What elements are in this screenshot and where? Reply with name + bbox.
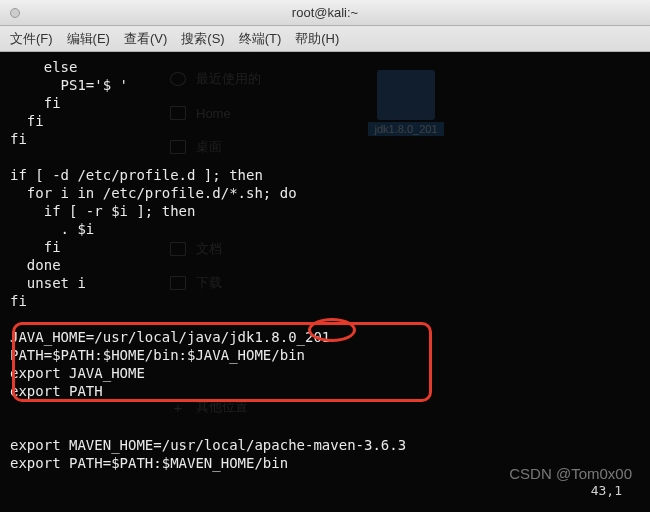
window-titlebar: root@kali:~ [0,0,650,26]
menu-terminal[interactable]: 终端(T) [239,30,282,48]
cursor-position: 43,1 [591,483,622,498]
code-line: fi [10,239,61,255]
terminal-content[interactable]: else PS1='$ ' fi fi fi if [ -d /etc/prof… [0,52,650,478]
code-line: if [ -r $i ]; then [10,203,195,219]
code-line: done [10,257,61,273]
menubar: 文件(F) 编辑(E) 查看(V) 搜索(S) 终端(T) 帮助(H) [0,26,650,52]
menu-help[interactable]: 帮助(H) [295,30,339,48]
watermark: CSDN @Tom0x00 [509,465,632,482]
code-line: fi [10,95,61,111]
code-line: fi [10,131,27,147]
code-line: fi [10,293,27,309]
code-line: fi [10,113,44,129]
code-line: export PATH=$PATH:$MAVEN_HOME/bin [10,455,288,471]
window-title: root@kali:~ [292,5,358,20]
code-line: PATH=$PATH:$HOME/bin:$JAVA_HOME/bin [10,347,305,363]
menu-file[interactable]: 文件(F) [10,30,53,48]
window-control-dot[interactable] [10,8,20,18]
code-line: unset i [10,275,86,291]
code-line: PS1='$ ' [10,77,128,93]
code-line: export MAVEN_HOME=/usr/local/apache-mave… [10,437,406,453]
menu-view[interactable]: 查看(V) [124,30,167,48]
code-line: else [10,59,77,75]
code-line: export PATH [10,383,103,399]
code-line: if [ -d /etc/profile.d ]; then [10,167,263,183]
code-line: export JAVA_HOME [10,365,145,381]
code-line: JAVA_HOME=/usr/local/java/jdk1.8.0_201 [10,329,330,345]
menu-edit[interactable]: 编辑(E) [67,30,110,48]
menu-search[interactable]: 搜索(S) [181,30,224,48]
code-line: . $i [10,221,94,237]
code-line: for i in /etc/profile.d/*.sh; do [10,185,297,201]
